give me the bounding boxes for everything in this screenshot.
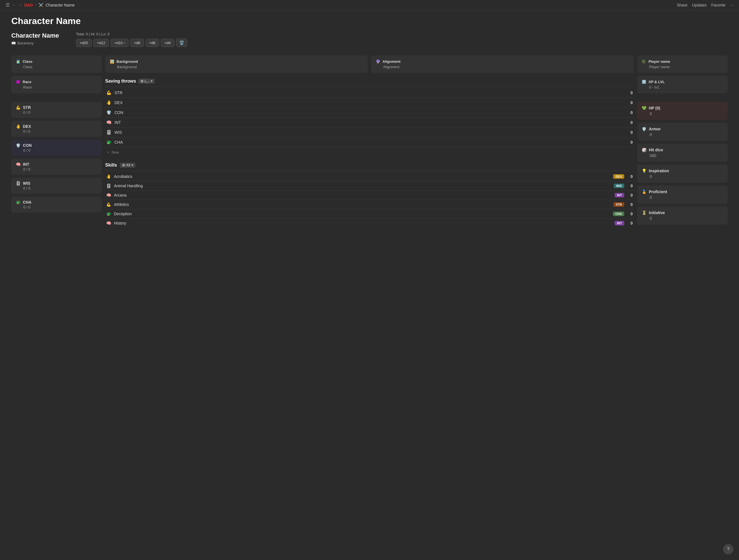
st-con-value[interactable]: 0 <box>626 110 633 115</box>
skill-animal-attr: WIS <box>614 183 624 188</box>
cha-icon: 🐲 <box>16 200 21 204</box>
proficient-icon: 🏅 <box>642 189 646 194</box>
wis-icon: 🎚️ <box>16 181 21 185</box>
skill-history: 🧠 History INT 0 <box>105 219 634 228</box>
skill-arcana-value[interactable]: 0 <box>627 193 633 197</box>
st-cha-value[interactable]: 0 <box>626 140 633 145</box>
saving-throws-view[interactable]: ⊞ L... ▾ <box>138 79 154 84</box>
st-dex-value[interactable]: 0 <box>626 100 633 105</box>
st-wis-value[interactable]: 0 <box>626 130 633 135</box>
d6-button[interactable]: +d6 <box>146 39 159 47</box>
str-label: 💪 STR <box>16 105 97 110</box>
hit-dice-value[interactable]: 0d0 <box>642 153 723 158</box>
st-cha-name: CHA <box>115 140 626 145</box>
armor-card: 🛡️ Armor 0 <box>637 123 728 141</box>
right-col: 🪖 Player name Player name ⬆️ XP & LVL 0 … <box>637 55 728 228</box>
st-int-name: INT <box>115 120 626 125</box>
share-button[interactable]: Share <box>677 3 687 7</box>
d10-button[interactable]: +d10▾ <box>111 39 128 47</box>
str-value[interactable]: 0 / 0 <box>16 110 97 115</box>
skill-animal-icon: 🎚️ <box>106 183 111 188</box>
skill-athletics-icon: 💪 <box>106 202 111 207</box>
initiative-card: ⏳ Initiative 0 <box>637 206 728 225</box>
player-name-label: 🪖 Player name <box>642 59 723 63</box>
skill-arcana-attr: INT <box>615 193 624 197</box>
cha-value[interactable]: 0 / 0 <box>16 205 97 209</box>
armor-label: 🛡️ Armor <box>642 127 723 131</box>
st-con-name: CON <box>115 110 626 115</box>
inspiration-value[interactable]: 0 <box>642 174 723 179</box>
dice-section: Total: 0 | Hi: 0 | Lo: 0 +d20 +d12 +d10▾… <box>76 32 187 47</box>
wis-label: 🎚️ WIS <box>16 181 97 185</box>
d12-button[interactable]: +d12 <box>93 39 109 47</box>
class-value[interactable]: Class <box>16 65 97 69</box>
st-divider <box>105 87 634 87</box>
help-button[interactable]: ? <box>723 544 733 554</box>
race-value[interactable]: Race <box>16 85 97 89</box>
char-name-section: Character Name 📖 Backstory <box>11 32 59 45</box>
backstory-link[interactable]: 📖 Backstory <box>11 41 59 45</box>
char-name-title: Character Name <box>11 32 59 39</box>
race-label: 😈 Race <box>16 80 97 84</box>
forward-arrow[interactable]: → <box>18 3 22 7</box>
favorite-button[interactable]: Favorite <box>711 3 726 7</box>
updates-button[interactable]: Updates <box>692 3 707 7</box>
initiative-value[interactable]: 0 <box>642 216 723 221</box>
left-col: 🎽 Class Class 😈 Race Race 💪 STR <box>11 55 102 216</box>
race-card: 😈 Race Race <box>11 76 102 93</box>
hp-value[interactable]: 0 <box>642 112 723 116</box>
main-grid: 🎽 Class Class 😈 Race Race 💪 STR <box>11 55 728 228</box>
st-cha-icon: 🐲 <box>106 140 112 145</box>
alignment-value[interactable]: Alignment <box>376 65 629 69</box>
wis-value[interactable]: 0 / 0 <box>16 186 97 190</box>
d20-button[interactable]: +d20 <box>76 39 92 47</box>
st-add-new[interactable]: ＋ New <box>105 147 634 157</box>
st-wis-name: WIS <box>115 130 626 135</box>
class-label: 🎽 Class <box>16 59 97 63</box>
xp-lvl-label: ⬆️ XP & LVL <box>642 80 723 84</box>
page-icon-nav: ⚔️ <box>38 3 43 7</box>
xp-lvl-icon: ⬆️ <box>642 80 646 84</box>
xp-lvl-card: ⬆️ XP & LVL 0 - lv1 <box>637 76 728 93</box>
skill-history-name: History <box>114 221 615 226</box>
skill-history-value[interactable]: 0 <box>627 221 633 226</box>
skill-acrobatics-attr: DEX <box>613 174 624 179</box>
menu-icon[interactable]: ☰ <box>6 2 10 8</box>
dice-clear-button[interactable]: 🗑️ <box>176 38 187 47</box>
st-int-value[interactable]: 0 <box>626 120 633 125</box>
d4-button[interactable]: +d4 <box>161 39 174 47</box>
nav-right: Share Updates Favorite ··· <box>677 3 733 7</box>
skill-acrobatics-value[interactable]: 0 <box>627 174 633 179</box>
player-name-value[interactable]: Player name <box>642 65 723 69</box>
proficient-value[interactable]: 0 <box>642 195 723 200</box>
skills-view-badge[interactable]: ⊞ All ▾ <box>120 163 135 168</box>
st-str-value[interactable]: 0 <box>626 91 633 95</box>
skill-athletics-name: Athletics <box>114 202 613 207</box>
dex-value[interactable]: 0 / 0 <box>16 129 97 134</box>
con-label: 🛡️ CON <box>16 143 97 148</box>
dex-icon: 🤚 <box>16 124 21 129</box>
brand-label[interactable]: D&D <box>24 3 33 7</box>
skill-athletics-value[interactable]: 0 <box>627 202 633 207</box>
hit-dice-card: 🎲 Hit dice 0d0 <box>637 144 728 162</box>
st-row-dex: 🤚 DEX 0 <box>105 98 634 108</box>
int-value[interactable]: 0 / 0 <box>16 167 97 171</box>
con-value[interactable]: 0 / 0 <box>16 148 97 152</box>
skill-arcana: 🧠 Arcana INT 0 <box>105 191 634 200</box>
xp-lvl-value[interactable]: 0 - lv1 <box>642 85 723 89</box>
skill-deception-attr: CHA <box>613 212 624 216</box>
initiative-icon: ⏳ <box>642 211 646 215</box>
d8-button[interactable]: +d8 <box>130 39 144 47</box>
more-button[interactable]: ··· <box>730 3 733 7</box>
int-label: 🧠 INT <box>16 162 97 167</box>
background-value[interactable]: Background <box>110 65 363 69</box>
back-arrow[interactable]: ← <box>12 3 16 7</box>
skill-animal-value[interactable]: 0 <box>627 183 633 188</box>
skills-divider <box>105 170 634 171</box>
skill-deception-value[interactable]: 0 <box>627 212 633 216</box>
dex-block: 🤚 DEX 0 / 0 <box>11 121 102 137</box>
proficient-card: 🏅 Proficient 0 <box>637 185 728 203</box>
backstory-icon: 📖 <box>11 41 16 45</box>
page-content: Character Name Character Name 📖 Backstor… <box>0 10 739 233</box>
armor-value[interactable]: 0 <box>642 132 723 137</box>
